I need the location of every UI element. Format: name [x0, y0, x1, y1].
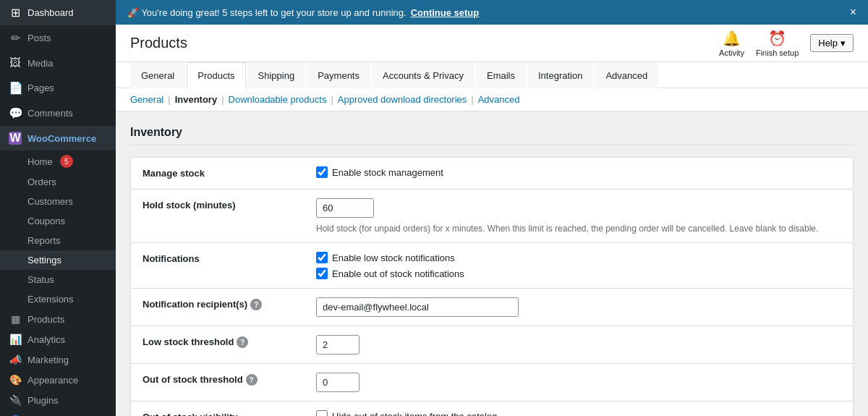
home-badge: 5	[60, 155, 73, 168]
activity-button[interactable]: 🔔 Activity	[719, 30, 744, 57]
low-stock-threshold-row: Low stock threshold ?	[131, 326, 853, 364]
tabs-bar: General Products Shipping Payments Accou…	[116, 62, 868, 88]
main-content: 🚀 You're doing great! 5 steps left to ge…	[116, 0, 868, 416]
content-area: General Products Shipping Payments Accou…	[116, 62, 868, 416]
sidebar-item-dashboard[interactable]: ⊞ Dashboard	[0, 0, 116, 25]
sidebar-item-customers[interactable]: Customers	[0, 192, 116, 211]
header-actions: 🔔 Activity ⏰ Finish setup Help ▾	[719, 30, 854, 57]
products-icon: ▦	[9, 313, 22, 325]
low-stock-threshold-tooltip: ?	[237, 336, 248, 348]
hold-stock-input[interactable]	[316, 198, 374, 218]
sidebar-item-media[interactable]: 🖼 Media	[0, 51, 116, 75]
sidebar-item-users[interactable]: 👤 Users	[0, 410, 116, 416]
subnav-downloadable[interactable]: Downloadable products	[229, 94, 327, 105]
woocommerce-icon: W	[9, 132, 22, 145]
sidebar-item-comments[interactable]: 💬 Comments	[0, 101, 116, 126]
pages-icon: 📄	[9, 81, 22, 95]
sidebar-item-woocommerce[interactable]: W WooCommerce	[0, 126, 116, 150]
tab-accounts-privacy[interactable]: Accounts & Privacy	[372, 62, 475, 88]
hold-stock-label: Hold stock (minutes)	[131, 190, 305, 221]
low-stock-threshold-label: Low stock threshold ?	[131, 326, 305, 358]
sidebar: ⊞ Dashboard ✏ Posts 🖼 Media 📄 Pages 💬 Co…	[0, 0, 116, 416]
marketing-icon: 📣	[9, 354, 22, 365]
low-stock-threshold-input[interactable]	[316, 335, 359, 355]
notification-recipient-label: Notification recipient(s) ?	[131, 289, 305, 321]
subnav: General | Inventory | Downloadable produ…	[116, 88, 868, 111]
help-button[interactable]: Help ▾	[810, 34, 854, 52]
finish-setup-icon: ⏰	[768, 30, 786, 47]
finish-setup-button[interactable]: ⏰ Finish setup	[756, 30, 799, 57]
sidebar-item-extensions[interactable]: Extensions	[0, 289, 116, 309]
chevron-down-icon: ▾	[841, 38, 846, 48]
low-stock-notif-row: Enable low stock notifications	[316, 252, 841, 263]
manage-stock-checkbox[interactable]	[316, 166, 328, 178]
activity-icon: 🔔	[723, 30, 741, 47]
page-header: Products 🔔 Activity ⏰ Finish setup Help …	[116, 25, 868, 62]
sidebar-item-posts[interactable]: ✏ Posts	[0, 25, 116, 51]
sidebar-item-coupons[interactable]: Coupons	[0, 211, 116, 231]
tab-emails[interactable]: Emails	[476, 62, 526, 88]
notifications-row: Notifications Enable low stock notificat…	[131, 243, 853, 289]
out-of-stock-threshold-value	[305, 364, 853, 401]
hold-stock-row: Hold stock (minutes) Hold stock (for unp…	[131, 190, 853, 243]
manage-stock-label: Manage stock	[131, 158, 305, 189]
tab-general[interactable]: General	[130, 62, 185, 88]
subnav-advanced[interactable]: Advanced	[478, 94, 520, 105]
notification-recipient-value	[305, 289, 853, 326]
notification-recipient-row: Notification recipient(s) ?	[131, 289, 853, 326]
tab-payments[interactable]: Payments	[307, 62, 370, 88]
posts-icon: ✏	[9, 31, 22, 45]
notifications-value: Enable low stock notifications Enable ou…	[305, 243, 853, 288]
low-stock-notif-label[interactable]: Enable low stock notifications	[332, 252, 455, 263]
tab-integration[interactable]: Integration	[527, 62, 593, 88]
notification-recipient-input[interactable]	[316, 297, 519, 317]
out-of-stock-notif-row: Enable out of stock notifications	[316, 268, 841, 279]
hold-stock-help: Hold stock (for unpaid orders) for x min…	[316, 224, 841, 234]
media-icon: 🖼	[9, 56, 22, 69]
out-of-stock-visibility-checkbox-label[interactable]: Hide out of stock items from the catalog	[332, 411, 497, 417]
sidebar-item-plugins[interactable]: 🔌 Plugins	[0, 390, 116, 410]
out-of-stock-visibility-label: Out of stock visibility	[131, 402, 305, 416]
tab-advanced[interactable]: Advanced	[595, 62, 658, 88]
sidebar-item-products[interactable]: ▦ Products	[0, 309, 116, 329]
out-of-stock-threshold-tooltip: ?	[246, 374, 258, 386]
sidebar-item-status[interactable]: Status	[0, 270, 116, 289]
sidebar-item-appearance[interactable]: 🎨 Appearance	[0, 370, 116, 390]
notification-bar: 🚀 You're doing great! 5 steps left to ge…	[116, 0, 868, 25]
subnav-approved-dirs[interactable]: Approved download directories	[338, 94, 467, 105]
page-title: Products	[130, 35, 187, 51]
subnav-inventory[interactable]: Inventory	[175, 94, 218, 105]
low-stock-notif-checkbox[interactable]	[316, 252, 328, 263]
settings-body: Inventory Manage stock Enable stock mana…	[116, 111, 868, 416]
analytics-icon: 📊	[9, 334, 22, 345]
sidebar-item-home[interactable]: Home 5	[0, 150, 116, 172]
out-of-stock-threshold-row: Out of stock threshold ?	[131, 364, 853, 402]
tab-shipping[interactable]: Shipping	[247, 62, 306, 88]
notification-close-button[interactable]: ×	[850, 6, 856, 19]
sidebar-item-orders[interactable]: Orders	[0, 172, 116, 192]
out-of-stock-threshold-input[interactable]	[316, 373, 359, 392]
subnav-general[interactable]: General	[130, 94, 163, 105]
notification-recipient-tooltip: ?	[250, 299, 262, 310]
manage-stock-row: Manage stock Enable stock management	[131, 158, 853, 190]
appearance-icon: 🎨	[9, 374, 22, 386]
out-of-stock-threshold-label: Out of stock threshold ?	[131, 364, 305, 396]
low-stock-threshold-value	[305, 326, 853, 363]
out-of-stock-visibility-checkbox[interactable]	[316, 410, 328, 416]
out-of-stock-visibility-value: Hide out of stock items from the catalog	[305, 402, 853, 416]
dashboard-icon: ⊞	[9, 6, 22, 20]
sidebar-item-marketing[interactable]: 📣 Marketing	[0, 349, 116, 370]
sidebar-item-pages[interactable]: 📄 Pages	[0, 75, 116, 101]
continue-setup-link[interactable]: Continue setup	[411, 7, 480, 18]
sidebar-item-settings[interactable]: Settings	[0, 250, 116, 270]
plugins-icon: 🔌	[9, 394, 22, 406]
out-of-stock-notif-checkbox[interactable]	[316, 268, 328, 279]
section-title: Inventory	[130, 126, 854, 145]
out-of-stock-notif-label[interactable]: Enable out of stock notifications	[332, 268, 464, 279]
sidebar-item-analytics[interactable]: 📊 Analytics	[0, 329, 116, 349]
manage-stock-checkbox-label[interactable]: Enable stock management	[332, 167, 443, 178]
comments-icon: 💬	[9, 106, 22, 120]
tab-products[interactable]: Products	[187, 62, 245, 88]
out-of-stock-visibility-checkbox-row: Hide out of stock items from the catalog	[316, 410, 841, 416]
sidebar-item-reports[interactable]: Reports	[0, 231, 116, 250]
